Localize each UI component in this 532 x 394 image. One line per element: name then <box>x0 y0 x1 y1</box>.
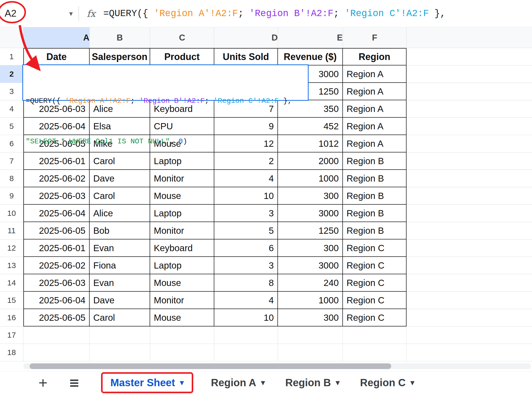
sheet-tab-dropdown-icon[interactable]: ▼ <box>410 380 415 386</box>
cell-E13[interactable]: 3000 <box>278 257 343 274</box>
cell-D17[interactable] <box>214 326 278 344</box>
cell-A14[interactable]: 2025-06-03 <box>23 274 90 292</box>
sheet-tab-region-b[interactable]: Region B▼ <box>283 373 342 392</box>
cell-C1[interactable]: Product <box>150 48 214 65</box>
cell-D11[interactable]: 5 <box>214 222 278 239</box>
cell-E11[interactable]: 1250 <box>278 222 343 239</box>
cell-F11[interactable]: Region B <box>343 222 407 239</box>
row-number-5[interactable]: 5 <box>0 118 23 135</box>
formula-input[interactable]: =QUERY({ 'Region A'!A2:F; 'Region B'!A2:… <box>103 8 446 19</box>
cell-C17[interactable] <box>150 326 214 344</box>
name-box-dropdown-icon[interactable]: ▼ <box>69 11 73 16</box>
cell-B13[interactable]: Fiona <box>90 257 150 274</box>
cell-editor[interactable]: =QUERY({ 'Region A'!A2:F; 'Region B'!A2:… <box>22 64 309 101</box>
cell-F6[interactable]: Region A <box>343 135 407 152</box>
cell-C16[interactable]: Mouse <box>150 309 214 326</box>
row-number-4[interactable]: 4 <box>0 100 23 118</box>
cell-E16[interactable]: 300 <box>278 309 343 326</box>
cell-E15[interactable]: 1000 <box>278 292 343 309</box>
row-number-17[interactable]: 17 <box>0 326 23 344</box>
cell-A13[interactable]: 2025-06-02 <box>23 257 90 274</box>
cell-E17[interactable] <box>278 326 343 344</box>
cell-D9[interactable]: 10 <box>214 187 278 205</box>
cell-F3[interactable]: Region A <box>343 83 407 100</box>
row-number-1[interactable]: 1 <box>0 48 23 65</box>
cell-A9[interactable]: 2025-06-03 <box>23 187 90 205</box>
scrollbar-track[interactable] <box>23 363 531 369</box>
cell-E9[interactable]: 300 <box>278 187 343 205</box>
row-number-12[interactable]: 12 <box>0 239 23 257</box>
row-number-13[interactable]: 13 <box>0 257 23 274</box>
column-header-b[interactable]: B <box>90 27 150 48</box>
cell-D16[interactable]: 10 <box>214 309 278 326</box>
cell-F12[interactable]: Region C <box>343 239 407 257</box>
row-number-11[interactable]: 11 <box>0 222 23 239</box>
cell-D1[interactable]: Units Sold <box>214 48 278 65</box>
cell-C18[interactable] <box>150 344 214 361</box>
cell-B11[interactable]: Bob <box>90 222 150 239</box>
cell-D14[interactable]: 8 <box>214 274 278 292</box>
cell-E1[interactable]: Revenue ($) <box>278 48 343 65</box>
cell-B12[interactable]: Evan <box>90 239 150 257</box>
cell-F10[interactable]: Region B <box>343 205 407 222</box>
cell-F15[interactable]: Region C <box>343 292 407 309</box>
row-number-15[interactable]: 15 <box>0 292 23 309</box>
scrollbar-thumb[interactable] <box>30 363 391 369</box>
cell-E14[interactable]: 240 <box>278 274 343 292</box>
cell-D18[interactable] <box>214 344 278 361</box>
sheet-tab-dropdown-icon[interactable]: ▼ <box>336 380 340 386</box>
all-sheets-icon[interactable]: ≡ <box>69 376 80 389</box>
row-number-9[interactable]: 9 <box>0 187 23 205</box>
column-header-c[interactable]: C <box>150 27 214 48</box>
row-number-10[interactable]: 10 <box>0 205 23 222</box>
cell-D15[interactable]: 4 <box>214 292 278 309</box>
cell-A12[interactable]: 2025-06-01 <box>23 239 90 257</box>
cell-B1[interactable]: Salesperson <box>90 48 150 65</box>
cell-E18[interactable] <box>278 344 343 361</box>
cell-B17[interactable] <box>90 326 150 344</box>
cell-F4[interactable]: Region A <box>343 100 407 118</box>
cell-C11[interactable]: Monitor <box>150 222 214 239</box>
cell-C15[interactable]: Monitor <box>150 292 214 309</box>
cell-F5[interactable]: Region A <box>343 118 407 135</box>
cell-F9[interactable]: Region B <box>343 187 407 205</box>
cell-B14[interactable]: Evan <box>90 274 150 292</box>
cell-D10[interactable]: 3 <box>214 205 278 222</box>
row-number-7[interactable]: 7 <box>0 152 23 170</box>
cell-B15[interactable]: Dave <box>90 292 150 309</box>
row-number-3[interactable]: 3 <box>0 83 23 100</box>
cell-A15[interactable]: 2025-06-04 <box>23 292 90 309</box>
row-number-6[interactable]: 6 <box>0 135 23 152</box>
cell-C14[interactable]: Mouse <box>150 274 214 292</box>
cell-C9[interactable]: Mouse <box>150 187 214 205</box>
sheet-tab-region-a[interactable]: Region A▼ <box>208 373 268 392</box>
cell-E10[interactable]: 3000 <box>278 205 343 222</box>
cell-F17[interactable] <box>343 326 407 344</box>
cell-A10[interactable]: 2025-06-04 <box>23 205 90 222</box>
cell-B10[interactable]: Alice <box>90 205 150 222</box>
row-number-2[interactable]: 2 <box>0 65 23 83</box>
cell-F13[interactable]: Region C <box>343 257 407 274</box>
column-header-d[interactable]: D <box>214 27 278 48</box>
cell-D13[interactable]: 3 <box>214 257 278 274</box>
cell-D12[interactable]: 6 <box>214 239 278 257</box>
cell-A1[interactable]: Date <box>23 48 90 65</box>
cell-F2[interactable]: Region A <box>343 65 407 83</box>
cell-B9[interactable]: Carol <box>90 187 150 205</box>
sheet-tab-master-sheet[interactable]: Master Sheet▼ <box>101 372 193 393</box>
sheet-tab-dropdown-icon[interactable]: ▼ <box>261 380 265 386</box>
cell-A17[interactable] <box>23 326 90 344</box>
cell-F8[interactable]: Region B <box>343 170 407 187</box>
cell-F18[interactable] <box>343 344 407 361</box>
cell-F1[interactable]: Region <box>343 48 407 65</box>
row-number-18[interactable]: 18 <box>0 344 23 361</box>
sheet-tab-region-c[interactable]: Region C▼ <box>357 373 417 392</box>
sheet-tab-dropdown-icon[interactable]: ▼ <box>180 380 184 386</box>
cell-B18[interactable] <box>90 344 150 361</box>
column-header-f[interactable]: F <box>343 27 407 48</box>
select-all-corner[interactable] <box>0 27 23 48</box>
row-number-8[interactable]: 8 <box>0 170 23 187</box>
cell-E12[interactable]: 300 <box>278 239 343 257</box>
cell-name-box[interactable]: A2 ▼ <box>0 0 78 27</box>
cell-C12[interactable]: Keyboard <box>150 239 214 257</box>
